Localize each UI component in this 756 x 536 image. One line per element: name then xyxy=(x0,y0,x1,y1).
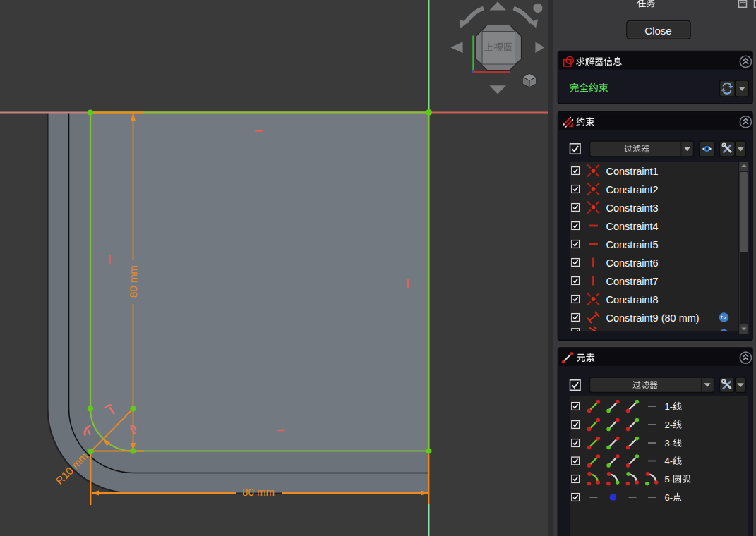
svg-text:Constraint5: Constraint5 xyxy=(606,239,659,250)
svg-text:4-: 4- xyxy=(665,456,673,466)
svg-text:80 mm: 80 mm xyxy=(242,486,275,498)
svg-text:Constraint1: Constraint1 xyxy=(606,166,659,177)
svg-text:Constraint8: Constraint8 xyxy=(606,294,659,305)
svg-text:2-: 2- xyxy=(665,420,673,430)
svg-text:80 mm: 80 mm xyxy=(127,265,139,298)
svg-text:Constraint6: Constraint6 xyxy=(606,257,659,269)
svg-text:Constraint4: Constraint4 xyxy=(606,221,659,232)
svg-text:Constraint3: Constraint3 xyxy=(606,202,659,214)
svg-text:Constraint9 (80 mm): Constraint9 (80 mm) xyxy=(606,312,700,324)
svg-text:6-: 6- xyxy=(665,492,673,503)
svg-text:Constraint2: Constraint2 xyxy=(606,184,659,195)
svg-text:1-: 1- xyxy=(665,401,673,412)
svg-text:Close: Close xyxy=(644,25,671,37)
svg-text:Constraint7: Constraint7 xyxy=(606,276,659,287)
svg-text:5-: 5- xyxy=(665,474,673,485)
svg-text:3-: 3- xyxy=(665,438,673,449)
